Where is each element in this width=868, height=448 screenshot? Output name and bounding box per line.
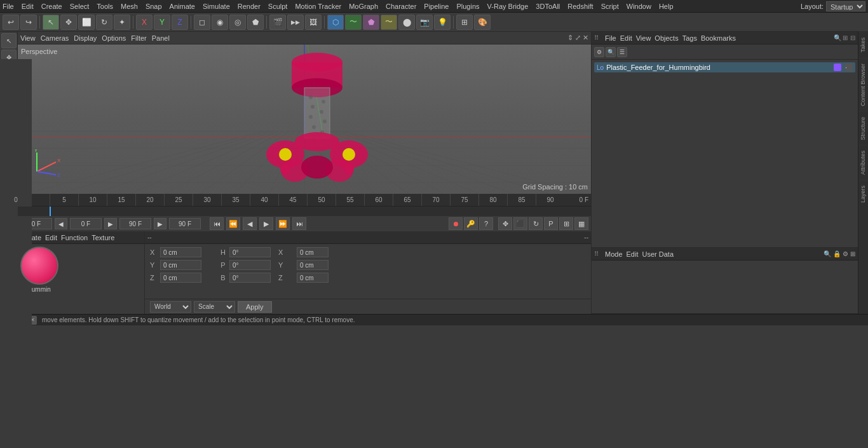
auto-key-btn[interactable]: 🔑: [464, 217, 478, 230]
deformer-button[interactable]: 〜: [381, 15, 397, 30]
tab-content-browser[interactable]: Content Browser: [858, 58, 868, 111]
menu-window[interactable]: Window: [627, 3, 651, 10]
light-button[interactable]: 💡: [434, 15, 451, 30]
coord-sy-input[interactable]: [297, 260, 329, 270]
next-frame-btn[interactable]: ⏩: [276, 217, 290, 230]
axis-z-button[interactable]: Z: [172, 15, 188, 30]
presets-btn[interactable]: P: [544, 217, 558, 230]
poly-mode-button[interactable]: ⬟: [247, 15, 264, 30]
menu-mograph[interactable]: MoGraph: [349, 3, 378, 10]
om-view[interactable]: View: [636, 34, 651, 42]
om-tb-3[interactable]: ☰: [617, 47, 627, 57]
render-all-button[interactable]: 🖼: [305, 15, 322, 30]
me-edit[interactable]: Edit: [45, 234, 57, 241]
snap-btn[interactable]: ✥: [498, 217, 512, 230]
am-expand-icon[interactable]: ⊞: [850, 250, 855, 257]
am-mode[interactable]: Mode: [605, 250, 623, 258]
poly-pen-button[interactable]: ✦: [114, 15, 130, 30]
select-tool-button[interactable]: ↖: [43, 15, 59, 30]
scale-dropdown[interactable]: Scale Size: [194, 301, 235, 313]
axis-y-button[interactable]: Y: [154, 15, 170, 30]
vp-icon-move[interactable]: ⤢: [575, 34, 581, 42]
coord-sz-input[interactable]: [297, 273, 329, 283]
menu-sculpt[interactable]: Sculpt: [268, 3, 288, 10]
coord-z-input[interactable]: [160, 273, 201, 283]
render-region-button[interactable]: 🎬: [269, 15, 286, 30]
key-select-btn[interactable]: ⬛: [513, 217, 527, 230]
coord-p-input[interactable]: [229, 260, 271, 270]
tab-structure[interactable]: Structure: [858, 111, 868, 146]
tab-layers[interactable]: Layers: [858, 180, 868, 208]
om-file[interactable]: File: [605, 34, 616, 42]
tab-attributes[interactable]: Attributes: [858, 145, 868, 180]
menu-script[interactable]: Script: [601, 3, 619, 10]
menu-vray[interactable]: V-Ray Bridge: [487, 3, 529, 10]
vp-icon-arrows[interactable]: ⇕: [567, 34, 573, 42]
menu-simulate[interactable]: Simulate: [203, 3, 230, 10]
menu-edit[interactable]: Edit: [22, 3, 34, 10]
current-frame-input[interactable]: [70, 218, 102, 229]
cube-button[interactable]: ⬡: [327, 15, 344, 30]
workspace-button[interactable]: ⊞: [456, 15, 473, 30]
menu-character[interactable]: Character: [386, 3, 416, 10]
spline-button[interactable]: 〜: [345, 15, 362, 30]
me-texture[interactable]: Texture: [92, 234, 114, 241]
menu-snap[interactable]: Snap: [146, 3, 162, 10]
menu-motion-tracker[interactable]: Motion Tracker: [295, 3, 341, 10]
point-mode-button[interactable]: ◉: [212, 15, 228, 30]
menu-render[interactable]: Render: [238, 3, 261, 10]
vp-menu-options[interactable]: Options: [102, 34, 126, 42]
material-thumbnail[interactable]: [20, 247, 58, 285]
menu-3dtoall[interactable]: 3DToAll: [536, 3, 560, 10]
menu-redshift[interactable]: Redshift: [567, 3, 593, 10]
menu-mesh[interactable]: Mesh: [121, 3, 138, 10]
am-settings-icon[interactable]: ⚙: [843, 250, 848, 257]
om-expand-btn[interactable]: ⊞: [843, 34, 848, 41]
vp-icon-close[interactable]: ✕: [583, 34, 588, 42]
menu-animate[interactable]: Animate: [170, 3, 195, 10]
menu-file[interactable]: File: [3, 3, 14, 10]
coord-b-input[interactable]: [229, 273, 271, 283]
end-frame1-btn[interactable]: ▶: [104, 218, 117, 229]
palette-button[interactable]: 🎨: [474, 15, 491, 30]
menu-tools[interactable]: Tools: [97, 3, 113, 10]
play-btn[interactable]: ▶: [259, 217, 273, 230]
axis-x-button[interactable]: X: [136, 15, 153, 30]
am-search-icon[interactable]: 🔍: [824, 250, 831, 257]
camera-button[interactable]: 📷: [416, 15, 433, 30]
menu-select[interactable]: Select: [70, 3, 90, 10]
menu-plugins[interactable]: Plugins: [456, 3, 479, 10]
tab-takes[interactable]: Takes: [858, 32, 868, 58]
vp-menu-display[interactable]: Display: [74, 34, 97, 42]
timeline-track[interactable]: [18, 207, 591, 216]
scale-tool-button[interactable]: ⬜: [78, 15, 95, 30]
om-tb-1[interactable]: ⚙: [594, 47, 604, 57]
om-objects[interactable]: Objects: [654, 34, 678, 42]
me-function[interactable]: Function: [61, 234, 88, 241]
end-frame-input[interactable]: [119, 218, 151, 229]
frame-next-btn[interactable]: ▶: [154, 218, 166, 229]
vp-menu-view[interactable]: View: [20, 34, 36, 42]
prev-frame-btn[interactable]: ⏪: [226, 217, 240, 230]
menu-pipeline[interactable]: Pipeline: [424, 3, 449, 10]
menu-help[interactable]: Help: [659, 3, 674, 10]
vp-menu-filter[interactable]: Filter: [131, 34, 146, 42]
goto-end-btn[interactable]: ⏭: [292, 217, 306, 230]
coord-h-input[interactable]: [229, 247, 271, 257]
lt-select[interactable]: ↖: [1, 33, 17, 48]
om-collapse-btn[interactable]: ⊟: [850, 34, 855, 41]
redo-button[interactable]: ↪: [20, 15, 37, 30]
om-tags[interactable]: Tags: [682, 34, 697, 42]
menu-create[interactable]: Create: [41, 3, 62, 10]
world-dropdown[interactable]: World Object: [150, 301, 191, 313]
key-move-btn[interactable]: ↻: [529, 217, 543, 230]
nurbs-button[interactable]: ⬟: [363, 15, 379, 30]
coord-sx-input[interactable]: [297, 247, 329, 257]
vp-menu-panel[interactable]: Panel: [152, 34, 170, 42]
vp-menu-cameras[interactable]: Cameras: [41, 34, 69, 42]
edge-mode-button[interactable]: ◎: [229, 15, 246, 30]
coord-x-input[interactable]: [160, 247, 201, 257]
undo-button[interactable]: ↩: [3, 15, 19, 30]
play-reverse-btn[interactable]: ◀: [243, 217, 257, 230]
grid-btn[interactable]: ⊞: [559, 217, 573, 230]
